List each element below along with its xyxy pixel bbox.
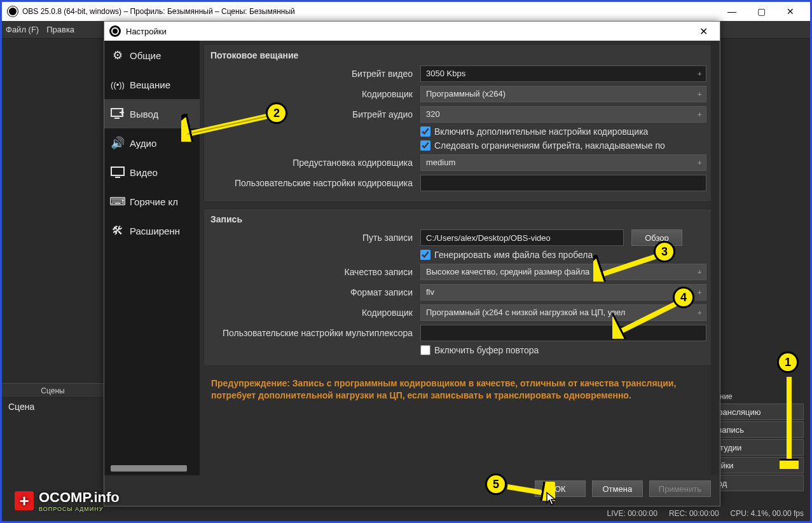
obs-window-title: OBS 25.0.8 (64-bit, windows) – Профиль: …: [22, 7, 295, 16]
obs-logo-icon: [7, 6, 18, 17]
sidebar-item-label: Вещание: [130, 79, 170, 90]
sidebar-item-advanced[interactable]: 🛠 Расширенн: [104, 216, 200, 245]
status-cpu: CPU: 4.1%, 00.00 fps: [731, 509, 804, 518]
monitor-out-icon: [111, 107, 125, 121]
cancel-button[interactable]: Отмена: [592, 480, 643, 497]
annotation-badge-3: 3: [654, 241, 675, 262]
watermark-sub: ВОПРОСЫ АДМИНУ: [39, 506, 120, 512]
chk-bitrate-limits[interactable]: Следовать ограничениям битрейта, наклады…: [420, 140, 706, 151]
speaker-icon: 🔊: [111, 136, 125, 150]
sidebar-item-general[interactable]: ⚙ Общие: [104, 41, 200, 70]
preset-select[interactable]: medium: [420, 154, 706, 171]
status-live: LIVE: 00:00:00: [607, 509, 657, 518]
checkbox-icon[interactable]: [420, 126, 430, 137]
scenes-panel-title: Сцены: [2, 384, 104, 398]
recording-section: Запись Путь записи Обзор Генерировать им…: [203, 208, 713, 366]
annotation-badge-5: 5: [485, 473, 507, 495]
recording-title: Запись: [210, 214, 706, 224]
record-quality-label: Качество записи: [210, 267, 420, 277]
chk-replay-buffer[interactable]: Включить буфер повтора: [420, 345, 706, 355]
plus-icon: +: [15, 491, 34, 510]
settings-dialog: Настройки ✕ ⚙ Общие ((•)) Вещание Вывод …: [104, 21, 720, 506]
record-path-input[interactable]: [420, 229, 624, 246]
minimize-button[interactable]: —: [717, 2, 747, 21]
sidebar-item-label: Общие: [130, 50, 161, 61]
mouse-cursor-icon: [546, 491, 558, 510]
sidebar-item-label: Аудио: [130, 138, 156, 149]
gear-icon: ⚙: [111, 48, 125, 62]
audio-bitrate-label: Битрейт аудио: [210, 109, 420, 119]
audio-bitrate-select[interactable]: 320: [420, 106, 706, 123]
menu-edit[interactable]: Правка: [46, 25, 74, 34]
watermark: + OCOMP.info ВОПРОСЫ АДМИНУ: [15, 489, 120, 512]
checkbox-icon[interactable]: [420, 140, 430, 151]
dialog-button-row: ОК Отмена Применить: [104, 475, 720, 506]
record-format-select[interactable]: flv: [420, 284, 706, 301]
record-encoder-label: Кодировщик: [210, 308, 420, 318]
svg-rect-1: [114, 118, 120, 119]
obs-titlebar: OBS 25.0.8 (64-bit, windows) – Профиль: …: [2, 2, 810, 21]
custom-encoder-input[interactable]: [420, 175, 706, 191]
streaming-title: Потоковое вещание: [210, 50, 706, 60]
annotation-badge-1: 1: [777, 351, 799, 373]
apply-button[interactable]: Применить: [649, 480, 711, 497]
sidebar-item-hotkeys[interactable]: ⌨ Горячие кл: [104, 187, 200, 216]
record-path-label: Путь записи: [210, 233, 420, 243]
monitor-icon: [111, 165, 125, 179]
muxer-input[interactable]: [420, 325, 706, 341]
encoder-label: Кодировщик: [210, 89, 420, 99]
muxer-label: Пользовательские настройки мультиплексор…: [210, 328, 420, 338]
warning-text: Предупреждение: Запись с программным код…: [203, 372, 713, 407]
record-quality-select[interactable]: Высокое качество, средний размер файла: [420, 264, 706, 280]
dialog-title: Настройки: [126, 27, 167, 36]
checkbox-icon[interactable]: [420, 250, 430, 260]
scene-item[interactable]: Сцена: [2, 398, 104, 416]
close-window-button[interactable]: ✕: [776, 2, 805, 21]
custom-encoder-label: Пользовательские настройки кодировщика: [210, 178, 420, 188]
ok-button[interactable]: ОК: [535, 480, 586, 497]
status-rec: REC: 00:00:00: [669, 509, 719, 518]
svg-rect-3: [115, 177, 120, 178]
preset-label: Предустановка кодировщика: [210, 158, 420, 168]
annotation-badge-4: 4: [673, 287, 694, 308]
keyboard-icon: ⌨: [111, 194, 125, 208]
settings-sidebar: ⚙ Общие ((•)) Вещание Вывод 🔊 Аудио: [104, 41, 200, 475]
maximize-button[interactable]: ▢: [747, 2, 776, 21]
sidebar-item-stream[interactable]: ((•)) Вещание: [104, 70, 200, 99]
sidebar-item-label: Расширенн: [130, 226, 180, 236]
chk-extra-encoder-settings[interactable]: Включить дополнительные настройки кодиро…: [420, 126, 706, 137]
tools-icon: 🛠: [111, 224, 125, 238]
content-scrollbar[interactable]: [711, 41, 719, 475]
dialog-titlebar: Настройки ✕: [104, 22, 720, 41]
svg-rect-2: [111, 167, 124, 175]
obs-logo-icon: [109, 25, 121, 37]
menu-file[interactable]: Файл (F): [6, 25, 39, 34]
annotation-badge-2: 2: [266, 102, 287, 124]
sidebar-item-video[interactable]: Видео: [104, 158, 200, 187]
stream-encoder-select[interactable]: Программный (x264): [420, 86, 706, 102]
antenna-icon: ((•)): [111, 78, 125, 92]
sidebar-item-label: Горячие кл: [130, 196, 178, 207]
sidebar-item-output[interactable]: Вывод: [104, 99, 200, 128]
dialog-close-button[interactable]: ✕: [692, 22, 715, 41]
sidebar-item-label: Видео: [130, 167, 158, 178]
checkbox-icon[interactable]: [420, 345, 430, 355]
status-bar: LIVE: 00:00:00 REC: 00:00:00 CPU: 4.1%, …: [2, 506, 810, 521]
sidebar-item-label: Вывод: [130, 109, 158, 119]
record-encoder-select[interactable]: Программный (х264 с низкой нагрузкой на …: [420, 304, 706, 321]
video-bitrate-label: Битрейт видео: [210, 69, 420, 79]
record-format-label: Формат записи: [210, 287, 420, 297]
video-bitrate-input[interactable]: 3050 Kbps: [420, 65, 706, 82]
sidebar-scrollbar-thumb[interactable]: [111, 465, 187, 472]
sidebar-item-audio[interactable]: 🔊 Аудио: [104, 128, 200, 158]
watermark-text: OCOMP.info: [39, 489, 120, 505]
